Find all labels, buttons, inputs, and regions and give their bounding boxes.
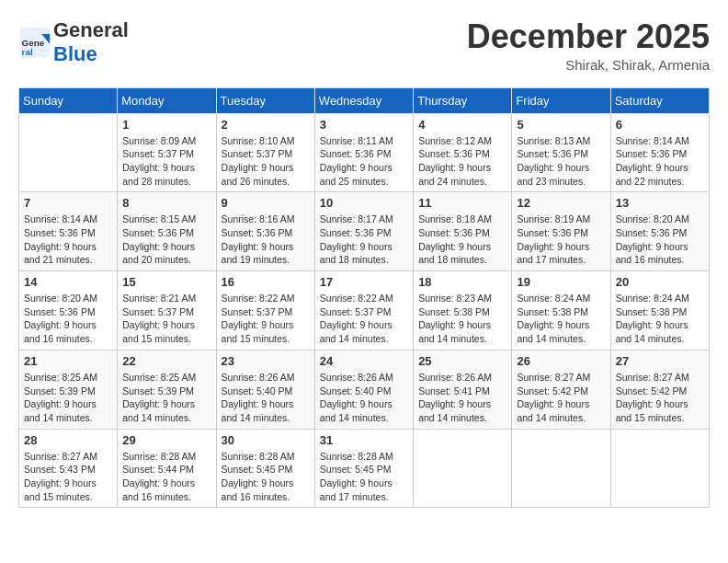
day-number: 19 [517,275,605,289]
day-number: 17 [320,275,408,289]
calendar-cell: 23Sunrise: 8:26 AM Sunset: 5:40 PM Dayli… [216,350,314,429]
day-number: 5 [517,118,605,132]
day-info: Sunrise: 8:22 AM Sunset: 5:37 PM Dayligh… [222,292,310,346]
day-number: 16 [222,275,310,289]
calendar-cell: 1Sunrise: 8:09 AM Sunset: 5:37 PM Daylig… [118,113,216,192]
day-info: Sunrise: 8:12 AM Sunset: 5:36 PM Dayligh… [418,134,506,189]
svg-text:Gene: Gene [22,38,45,48]
svg-text:ral: ral [22,47,33,57]
calendar-cell: 13Sunrise: 8:20 AM Sunset: 5:36 PM Dayli… [610,192,709,271]
calendar-cell: 31Sunrise: 8:28 AM Sunset: 5:45 PM Dayli… [314,429,413,508]
day-number: 24 [320,354,408,368]
day-number: 28 [24,433,112,447]
day-number: 12 [517,196,605,210]
calendar-cell: 22Sunrise: 8:25 AM Sunset: 5:39 PM Dayli… [118,350,216,429]
page-header: Gene ral General Blue December 2025 Shir… [18,18,710,73]
calendar-cell: 3Sunrise: 8:11 AM Sunset: 5:36 PM Daylig… [314,113,413,192]
day-info: Sunrise: 8:26 AM Sunset: 5:41 PM Dayligh… [418,371,506,425]
calendar-week-row: 28Sunrise: 8:27 AM Sunset: 5:43 PM Dayli… [19,429,710,508]
day-info: Sunrise: 8:15 AM Sunset: 5:36 PM Dayligh… [122,213,210,267]
logo-icon: Gene ral [18,26,51,59]
location: Shirak, Shirak, Armenia [467,57,710,73]
weekday-header-saturday: Saturday [610,87,709,113]
day-number: 4 [418,118,506,132]
day-info: Sunrise: 8:23 AM Sunset: 5:38 PM Dayligh… [418,292,506,346]
day-number: 7 [24,196,112,210]
calendar-cell: 7Sunrise: 8:14 AM Sunset: 5:36 PM Daylig… [19,192,118,271]
day-info: Sunrise: 8:19 AM Sunset: 5:36 PM Dayligh… [517,213,605,267]
day-number: 20 [616,275,704,289]
day-info: Sunrise: 8:28 AM Sunset: 5:44 PM Dayligh… [122,450,210,504]
day-number: 14 [24,275,112,289]
calendar-cell: 30Sunrise: 8:28 AM Sunset: 5:45 PM Dayli… [216,429,314,508]
calendar-cell: 15Sunrise: 8:21 AM Sunset: 5:37 PM Dayli… [118,271,216,350]
calendar-week-row: 21Sunrise: 8:25 AM Sunset: 5:39 PM Dayli… [19,350,710,429]
calendar-week-row: 14Sunrise: 8:20 AM Sunset: 5:36 PM Dayli… [19,271,710,350]
calendar-cell: 25Sunrise: 8:26 AM Sunset: 5:41 PM Dayli… [414,350,512,429]
calendar-cell: 29Sunrise: 8:28 AM Sunset: 5:44 PM Dayli… [118,429,216,508]
day-number: 30 [222,433,310,447]
calendar-cell: 21Sunrise: 8:25 AM Sunset: 5:39 PM Dayli… [19,350,118,429]
calendar-cell: 17Sunrise: 8:22 AM Sunset: 5:37 PM Dayli… [314,271,413,350]
calendar-table: SundayMondayTuesdayWednesdayThursdayFrid… [18,87,710,509]
weekday-header-friday: Friday [512,87,610,113]
day-number: 18 [418,275,506,289]
day-number: 21 [24,354,112,368]
day-info: Sunrise: 8:16 AM Sunset: 5:36 PM Dayligh… [222,213,310,267]
calendar-cell: 11Sunrise: 8:18 AM Sunset: 5:36 PM Dayli… [414,192,512,271]
calendar-cell: 28Sunrise: 8:27 AM Sunset: 5:43 PM Dayli… [19,429,118,508]
day-info: Sunrise: 8:20 AM Sunset: 5:36 PM Dayligh… [616,213,704,267]
calendar-cell [610,429,709,508]
day-info: Sunrise: 8:25 AM Sunset: 5:39 PM Dayligh… [122,371,210,425]
day-info: Sunrise: 8:27 AM Sunset: 5:42 PM Dayligh… [616,371,704,425]
day-info: Sunrise: 8:24 AM Sunset: 5:38 PM Dayligh… [616,292,704,346]
weekday-header-row: SundayMondayTuesdayWednesdayThursdayFrid… [19,87,710,113]
calendar-week-row: 7Sunrise: 8:14 AM Sunset: 5:36 PM Daylig… [19,192,710,271]
day-number: 1 [122,118,210,132]
logo-blue-text: Blue [53,42,97,65]
day-number: 27 [616,354,704,368]
day-info: Sunrise: 8:25 AM Sunset: 5:39 PM Dayligh… [24,371,112,425]
weekday-header-tuesday: Tuesday [216,87,314,113]
calendar-cell: 16Sunrise: 8:22 AM Sunset: 5:37 PM Dayli… [216,271,314,350]
calendar-cell: 6Sunrise: 8:14 AM Sunset: 5:36 PM Daylig… [610,113,709,192]
day-info: Sunrise: 8:26 AM Sunset: 5:40 PM Dayligh… [320,371,408,425]
day-number: 22 [122,354,210,368]
day-number: 26 [517,354,605,368]
day-number: 3 [320,118,408,132]
calendar-cell: 20Sunrise: 8:24 AM Sunset: 5:38 PM Dayli… [610,271,709,350]
calendar-cell: 27Sunrise: 8:27 AM Sunset: 5:42 PM Dayli… [610,350,709,429]
day-number: 31 [320,433,408,447]
day-number: 6 [616,118,704,132]
day-info: Sunrise: 8:11 AM Sunset: 5:36 PM Dayligh… [320,134,408,189]
day-number: 2 [222,118,310,132]
calendar-cell: 18Sunrise: 8:23 AM Sunset: 5:38 PM Dayli… [414,271,512,350]
day-info: Sunrise: 8:10 AM Sunset: 5:37 PM Dayligh… [222,134,310,189]
day-info: Sunrise: 8:20 AM Sunset: 5:36 PM Dayligh… [24,292,112,346]
weekday-header-wednesday: Wednesday [314,87,413,113]
day-number: 8 [122,196,210,210]
day-info: Sunrise: 8:28 AM Sunset: 5:45 PM Dayligh… [222,450,310,504]
day-info: Sunrise: 8:27 AM Sunset: 5:43 PM Dayligh… [24,450,112,504]
day-info: Sunrise: 8:13 AM Sunset: 5:36 PM Dayligh… [517,134,605,189]
calendar-week-row: 1Sunrise: 8:09 AM Sunset: 5:37 PM Daylig… [19,113,710,192]
day-info: Sunrise: 8:24 AM Sunset: 5:38 PM Dayligh… [517,292,605,346]
day-info: Sunrise: 8:14 AM Sunset: 5:36 PM Dayligh… [616,134,704,189]
day-info: Sunrise: 8:28 AM Sunset: 5:45 PM Dayligh… [320,450,408,504]
logo: Gene ral General Blue [18,18,129,66]
day-info: Sunrise: 8:21 AM Sunset: 5:37 PM Dayligh… [122,292,210,346]
day-number: 13 [616,196,704,210]
day-number: 29 [122,433,210,447]
calendar-cell: 8Sunrise: 8:15 AM Sunset: 5:36 PM Daylig… [118,192,216,271]
calendar-cell: 12Sunrise: 8:19 AM Sunset: 5:36 PM Dayli… [512,192,610,271]
weekday-header-monday: Monday [118,87,216,113]
day-number: 23 [222,354,310,368]
calendar-cell: 24Sunrise: 8:26 AM Sunset: 5:40 PM Dayli… [314,350,413,429]
weekday-header-thursday: Thursday [414,87,512,113]
day-info: Sunrise: 8:17 AM Sunset: 5:36 PM Dayligh… [320,213,408,267]
weekday-header-sunday: Sunday [19,87,118,113]
calendar-cell: 5Sunrise: 8:13 AM Sunset: 5:36 PM Daylig… [512,113,610,192]
month-title: December 2025 [467,18,710,55]
day-number: 10 [320,196,408,210]
calendar-cell: 14Sunrise: 8:20 AM Sunset: 5:36 PM Dayli… [19,271,118,350]
